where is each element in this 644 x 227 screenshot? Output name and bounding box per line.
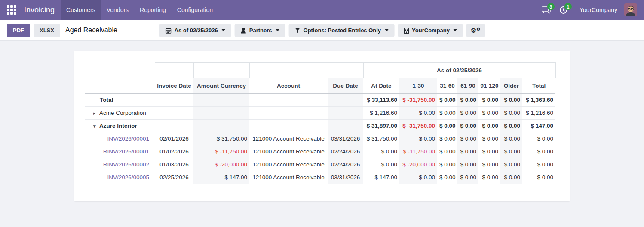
amount-cell bbox=[155, 120, 193, 132]
period-header: As of 02/25/2026 bbox=[363, 63, 555, 78]
amount-cell: $ 0.00 bbox=[399, 171, 437, 184]
extra-options-button[interactable]: ⚙⚙ bbox=[466, 24, 485, 37]
move-line-row: INV/2026/0000502/25/2026$ 147.00121000 A… bbox=[85, 171, 555, 184]
amount-cell: $ -20,000.00 bbox=[399, 158, 437, 171]
amount-cell: $ -20,000.00 bbox=[193, 158, 249, 171]
company-filter-label: YourCompany bbox=[412, 27, 450, 34]
amount-cell: 02/25/2026 bbox=[155, 171, 193, 184]
move-name-cell: INV/2026/00001 bbox=[85, 132, 155, 145]
amount-cell: $ 0.00 bbox=[457, 145, 478, 158]
activities-badge: 1 bbox=[564, 3, 572, 10]
column-header-61-90: 61-90 bbox=[457, 78, 478, 94]
move-link[interactable]: RINV/2026/00002 bbox=[103, 161, 149, 168]
amount-cell: $ 0.00 bbox=[399, 107, 437, 120]
amount-cell: $ 0.00 bbox=[478, 158, 500, 171]
amount-cell: $ 0.00 bbox=[457, 120, 478, 132]
app-name[interactable]: Invoicing bbox=[23, 0, 61, 20]
amount-cell bbox=[155, 107, 193, 120]
pdf-button[interactable]: PDF bbox=[7, 24, 30, 37]
amount-cell: 02/01/2026 bbox=[155, 132, 193, 145]
report-card: As of 02/25/2026 Invoice Date Amount Cur… bbox=[74, 51, 570, 201]
amount-cell: $ 0.00 bbox=[437, 94, 457, 107]
top-navbar: Invoicing Customers Vendors Reporting Co… bbox=[0, 0, 644, 20]
amount-cell: $ 0.00 bbox=[500, 145, 522, 158]
amount-cell: 02/24/2026 bbox=[328, 145, 363, 158]
user-avatar[interactable] bbox=[624, 3, 637, 16]
amount-cell: $ 0.00 bbox=[437, 132, 457, 145]
amount-cell: $ 147.00 bbox=[522, 120, 555, 132]
move-line-row: RINV/2026/0000101/02/2026$ -11,750.00121… bbox=[85, 145, 555, 158]
activities-button[interactable]: 1 bbox=[556, 0, 571, 20]
amount-cell: $ 0.00 bbox=[500, 132, 522, 145]
aged-receivable-table: As of 02/25/2026 Invoice Date Amount Cur… bbox=[85, 62, 556, 184]
amount-cell: $ 0.00 bbox=[478, 107, 500, 120]
partners-filter-button[interactable]: Partners bbox=[235, 24, 285, 37]
column-header-older: Older bbox=[500, 78, 522, 94]
cogs-icon: ⚙⚙ bbox=[471, 27, 480, 34]
move-link[interactable]: INV/2026/00001 bbox=[107, 135, 149, 142]
xlsx-button[interactable]: XLSX bbox=[34, 24, 60, 37]
amount-cell: $ 0.00 bbox=[437, 158, 457, 171]
avatar-image bbox=[624, 3, 637, 16]
amount-cell: $ 0.00 bbox=[500, 120, 522, 132]
amount-cell: $ 31,750.00 bbox=[193, 132, 249, 145]
amount-cell: $ 31,897.00 bbox=[363, 120, 399, 132]
apps-grid-icon bbox=[7, 5, 16, 15]
partner-name: Acme Corporation bbox=[99, 110, 146, 116]
partner-name: Azure Interior bbox=[99, 123, 137, 129]
move-name-cell: INV/2026/00005 bbox=[85, 171, 155, 184]
partners-filter-label: Partners bbox=[249, 27, 272, 34]
options-filter-button[interactable]: Options: Posted Entries Only bbox=[289, 24, 395, 37]
move-link[interactable]: RINV/2026/00001 bbox=[103, 148, 149, 155]
chevron-down-icon bbox=[276, 29, 279, 31]
systray: 3 1 YourCompany bbox=[539, 0, 644, 20]
column-header-account: Account bbox=[249, 78, 328, 94]
user-icon bbox=[241, 28, 246, 34]
amount-cell: $ 0.00 bbox=[363, 158, 399, 171]
chevron-down-icon bbox=[222, 29, 225, 31]
amount-cell: $ 1,216.60 bbox=[363, 107, 399, 120]
report-content: As of 02/25/2026 Invoice Date Amount Cur… bbox=[0, 41, 644, 227]
column-header-91-120: 91-120 bbox=[478, 78, 500, 94]
move-link[interactable]: INV/2026/00005 bbox=[107, 174, 149, 181]
amount-cell: $ 0.00 bbox=[363, 145, 399, 158]
empty-header-cell bbox=[328, 63, 363, 78]
amount-cell: $ 0.00 bbox=[478, 120, 500, 132]
amount-cell: 03/31/2026 bbox=[328, 171, 363, 184]
partner-toggle[interactable]: ▾Azure Interior bbox=[85, 120, 155, 132]
amount-cell bbox=[249, 107, 328, 120]
apps-menu-button[interactable] bbox=[0, 0, 23, 20]
amount-cell: $ 0.00 bbox=[500, 107, 522, 120]
amount-cell: $ 0.00 bbox=[478, 171, 500, 184]
amount-cell: $ 0.00 bbox=[437, 107, 457, 120]
amount-cell: $ 0.00 bbox=[478, 94, 500, 107]
company-filter-button[interactable]: YourCompany bbox=[398, 24, 463, 37]
amount-cell: $ 0.00 bbox=[399, 132, 437, 145]
amount-cell: $ 0.00 bbox=[437, 145, 457, 158]
amount-cell bbox=[328, 120, 363, 132]
messages-badge: 3 bbox=[547, 3, 555, 10]
menu-item-customers[interactable]: Customers bbox=[61, 0, 101, 20]
amount-cell: $ -31,750.00 bbox=[399, 94, 437, 107]
amount-cell: $ 31,750.00 bbox=[363, 132, 399, 145]
amount-cell: $ 0.00 bbox=[522, 132, 555, 145]
date-filter-button[interactable]: As of 02/25/2026 bbox=[159, 24, 231, 37]
control-panel: PDF XLSX Aged Receivable As of 02/25/202… bbox=[0, 20, 644, 41]
amount-cell: $ 0.00 bbox=[457, 132, 478, 145]
amount-cell: 121000 Account Receivable bbox=[249, 132, 328, 145]
partner-toggle[interactable]: ▸Acme Corporation bbox=[85, 107, 155, 120]
amount-cell: $ 0.00 bbox=[437, 171, 457, 184]
messages-button[interactable]: 3 bbox=[539, 0, 554, 20]
menu-item-reporting[interactable]: Reporting bbox=[134, 0, 172, 20]
move-name-cell: RINV/2026/00002 bbox=[85, 158, 155, 171]
caret-right-icon: ▸ bbox=[93, 110, 99, 116]
amount-cell: $ 0.00 bbox=[437, 120, 457, 132]
amount-cell: $ 33,113.60 bbox=[363, 94, 399, 107]
column-header-amount-currency: Amount Currency bbox=[193, 78, 249, 94]
menu-item-configuration[interactable]: Configuration bbox=[172, 0, 218, 20]
company-switcher[interactable]: YourCompany bbox=[580, 6, 617, 13]
amount-cell: $ 0.00 bbox=[478, 145, 500, 158]
partner-expanded-row: ▾Azure Interior$ 31,897.00$ -31,750.00$ … bbox=[85, 120, 555, 132]
menu-item-vendors[interactable]: Vendors bbox=[101, 0, 134, 20]
building-icon bbox=[404, 28, 409, 34]
